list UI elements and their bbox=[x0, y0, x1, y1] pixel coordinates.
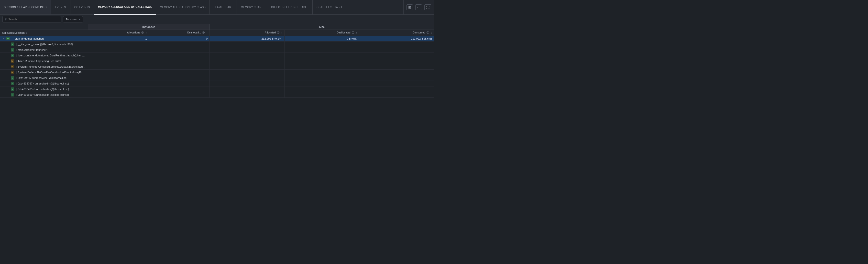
main-table-container: Instances Size Call Stack Location ↕ All… bbox=[0, 24, 434, 98]
deallocated-cell bbox=[284, 87, 359, 92]
deallocations-cell bbox=[149, 75, 210, 81]
allocated-sort-icon[interactable]: ↕ bbox=[281, 32, 283, 34]
consumed-sort-desc-icon[interactable]: ↓ bbox=[431, 32, 432, 34]
allocated-info-icon[interactable]: ⓘ bbox=[277, 31, 279, 34]
table-row[interactable]: ▾N|_start @(dotnet-launcher)10212,992 B … bbox=[0, 36, 434, 41]
view-dropdown[interactable]: Top-down ▾ bbox=[63, 16, 83, 23]
call-stack-cell: M|Tizen.Runtime.AppSetting.SetSwitch bbox=[0, 58, 88, 64]
deallocated-sort-icon[interactable]: ↕ bbox=[356, 32, 358, 34]
allocations-cell bbox=[88, 58, 149, 64]
deallocations-cell bbox=[149, 53, 210, 58]
spacer-icon bbox=[7, 88, 10, 91]
table-row[interactable]: N|tizen::runtime::dotnetcore::CoreRuntim… bbox=[0, 53, 434, 58]
spacer-icon bbox=[7, 65, 10, 68]
allocations-info-icon[interactable]: ⓘ bbox=[141, 31, 144, 34]
call-stack-label: System.Runtime.CompilerServices.DefaultI… bbox=[18, 65, 86, 68]
type-badge: N bbox=[11, 82, 14, 85]
nav-memory-alloc-class[interactable]: MEMORY ALLOCATIONS BY CLASS bbox=[156, 0, 210, 14]
col-deallocations: Deallocati... ⓘ ↕ bbox=[149, 30, 210, 36]
pipe-separator: | bbox=[16, 43, 17, 46]
allocations-cell bbox=[88, 64, 149, 70]
table-row[interactable]: M|Tizen.Runtime.AppSetting.SetSwitch bbox=[0, 58, 434, 64]
table-row[interactable]: N|0xb4638435 <unresolved> @(libcoreclr.s… bbox=[0, 87, 434, 92]
search-input[interactable] bbox=[8, 18, 59, 21]
call-stack-sort-icon[interactable]: ↕ bbox=[26, 32, 27, 34]
deallocated-cell bbox=[284, 64, 359, 70]
call-stack-label: 0xb4691559 <unresolved> @(libcoreclr.so) bbox=[18, 93, 69, 96]
call-stack-cell: N|__libc_start_main @(libc.so.6, libc-st… bbox=[0, 41, 88, 47]
call-stack-cell: N|main @(dotnet-launcher) bbox=[0, 47, 88, 53]
call-stack-cell: M|System.Runtime.CompilerServices.Defaul… bbox=[0, 64, 88, 70]
deallocations-cell bbox=[149, 70, 210, 75]
spacer-icon bbox=[7, 76, 10, 79]
spacer-icon bbox=[7, 71, 10, 74]
nav-memory-chart[interactable]: MEMORY CHART bbox=[237, 0, 267, 14]
call-stack-label: 0xb4638435 <unresolved> @(libcoreclr.so) bbox=[18, 88, 69, 91]
consumed-cell bbox=[359, 87, 434, 92]
nav-object-list[interactable]: OBJECT LIST TABLE bbox=[313, 0, 347, 14]
table-row[interactable]: M|System.Buffers.TlsOverPerCoreLockedSta… bbox=[0, 70, 434, 75]
pipe-separator: | bbox=[16, 71, 17, 74]
table-row[interactable]: N|main @(dotnet-launcher) bbox=[0, 47, 434, 53]
type-badge: N bbox=[11, 48, 14, 52]
allocations-sort-icon[interactable]: ↕ bbox=[146, 32, 147, 34]
deallocations-cell bbox=[149, 47, 210, 53]
nav-memory-alloc-callstack[interactable]: MEMORY ALLOCATIONS BY CALLSTACK bbox=[94, 0, 156, 15]
section-header-row: Instances Size bbox=[0, 24, 434, 30]
dropdown-label: Top-down bbox=[66, 18, 78, 21]
deallocated-info-icon[interactable]: ⓘ bbox=[352, 31, 354, 34]
pipe-separator: | bbox=[12, 37, 12, 40]
consumed-cell bbox=[359, 81, 434, 87]
spacer-icon bbox=[7, 59, 10, 63]
call-stack-label: 0xb46cf1f5 <unresolved> @(libcoreclr.so) bbox=[18, 76, 67, 79]
call-stack-cell: M|System.Buffers.TlsOverPerCoreLockedSta… bbox=[0, 70, 88, 75]
type-badge: N bbox=[11, 93, 14, 96]
table-row[interactable]: N|0xb46cf1f5 <unresolved> @(libcoreclr.s… bbox=[0, 75, 434, 81]
spacer-icon bbox=[7, 42, 10, 46]
table-row[interactable]: N|__libc_start_main @(libc.so.6, libc-st… bbox=[0, 41, 434, 47]
table-row[interactable]: M|System.Runtime.CompilerServices.Defaul… bbox=[0, 64, 434, 70]
deallocations-sort-icon[interactable]: ↕ bbox=[207, 32, 208, 34]
allocated-cell bbox=[210, 64, 284, 70]
consumed-info-icon[interactable]: ⓘ bbox=[427, 31, 429, 34]
split-icon-button[interactable]: ▭ bbox=[415, 4, 422, 10]
type-badge: N bbox=[6, 37, 10, 40]
allocations-cell bbox=[88, 81, 149, 87]
type-badge: M bbox=[11, 65, 14, 68]
deallocated-cell bbox=[284, 70, 359, 75]
deallocations-info-icon[interactable]: ⓘ bbox=[202, 31, 205, 34]
pipe-separator: | bbox=[16, 93, 17, 96]
nav-session-heap[interactable]: SESSION & HEAP RECORD INFO bbox=[0, 0, 51, 14]
allocations-cell bbox=[88, 47, 149, 53]
col-call-stack: Call Stack Location ↕ bbox=[0, 30, 88, 36]
deallocated-cell bbox=[284, 47, 359, 53]
table-row[interactable]: N|0xb4638767 <unresolved> @(libcoreclr.s… bbox=[0, 81, 434, 87]
allocated-cell bbox=[210, 53, 284, 58]
deallocations-cell bbox=[149, 41, 210, 47]
nav-object-reference[interactable]: OBJECT REFERENCE TABLE bbox=[267, 0, 313, 14]
spacer-icon bbox=[7, 82, 10, 85]
call-stack-cell: N|0xb46cf1f5 <unresolved> @(libcoreclr.s… bbox=[0, 75, 88, 81]
call-stack-label: __libc_start_main @(libc.so.6, libc-star… bbox=[18, 43, 73, 46]
grid-icon-button[interactable]: ⊞ bbox=[406, 4, 413, 10]
nav-flame-chart[interactable]: FLAME CHART bbox=[210, 0, 237, 14]
top-navigation: SESSION & HEAP RECORD INFO EVENTS GC EVE… bbox=[0, 0, 434, 15]
consumed-cell bbox=[359, 53, 434, 58]
pipe-separator: | bbox=[16, 76, 17, 79]
spacer-icon bbox=[7, 54, 10, 57]
expand-row-icon[interactable]: ▾ bbox=[2, 37, 6, 40]
allocated-cell bbox=[210, 75, 284, 81]
allocations-cell bbox=[88, 75, 149, 81]
expand-icon-button[interactable]: ⛶ bbox=[424, 4, 431, 10]
col-deallocated: Deallocated ⓘ ↕ bbox=[284, 30, 359, 36]
call-stack-cell: N|0xb4638767 <unresolved> @(libcoreclr.s… bbox=[0, 81, 88, 87]
nav-events[interactable]: EVENTS bbox=[51, 0, 70, 14]
search-wrapper: ⚲ bbox=[2, 16, 61, 23]
col-consumed: Consumed ⓘ ↓ bbox=[359, 30, 434, 36]
allocations-cell: 1 bbox=[88, 36, 149, 41]
table-row[interactable]: N|0xb4691559 <unresolved> @(libcoreclr.s… bbox=[0, 92, 434, 98]
col-allocated: Allocated ⓘ ↕ bbox=[210, 30, 284, 36]
type-badge: N bbox=[11, 88, 14, 91]
nav-gc-events[interactable]: GC EVENTS bbox=[70, 0, 94, 14]
deallocations-cell: 0 bbox=[149, 36, 210, 41]
